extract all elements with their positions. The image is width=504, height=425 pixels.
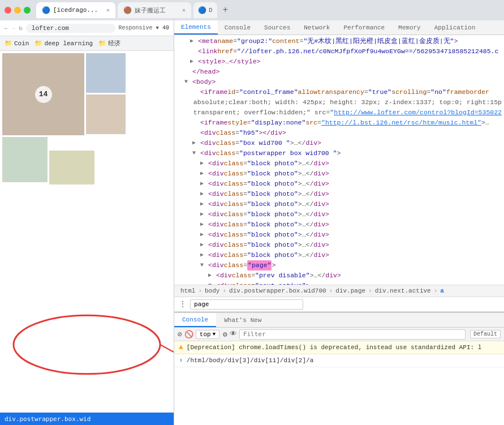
browser-viewport: ← → ↻ lofter.com Responsive ▼ 40 📁 Coin … [0,20,174,425]
html-line: ▶ absolute;clear:both; width: 425px; hei… [186,97,504,108]
back-icon[interactable]: ← [5,25,8,32]
console-warning-text: [Deprecation] chrome.loadTimes() is depr… [187,343,499,352]
triangle-closed[interactable]: ▶ [190,36,198,46]
browser-tab-active[interactable]: 🔵 [icedrago... ✕ [36,2,115,18]
address-text[interactable]: lofter.com [26,24,115,33]
html-line: ▶ <link href="//lofter.ph.126.net/c0NcMJ… [174,46,504,57]
triangle-next[interactable]: ▼ [208,281,216,285]
html-line: ▶ <iframe id="control_frame" allowtransp… [174,87,504,97]
console-panel: Console What's New ⊘ 🚫 top ▼ ⚙ 👁 [174,312,504,425]
new-tab-button[interactable]: + [219,5,232,15]
maximize-control[interactable] [24,7,31,14]
breadcrumb-sep3: › [329,287,333,294]
elements-content: ▶ <meta name="group2:" content="无#木纹|黑红|… [174,35,504,285]
triangle-photo9[interactable]: ▶ [200,240,208,250]
tab3-favicon: 🔵 [198,6,206,15]
tab-elements[interactable]: Elements [174,20,218,35]
responsive-down-icon[interactable]: ▼ [156,25,159,31]
tab-memory[interactable]: Memory [391,20,428,35]
breadcrumb-next[interactable]: div.next.active [373,287,433,295]
html-line: ▶ <div class="block photo">…</div> [174,230,504,240]
eye-icon[interactable]: 👁 [230,330,237,338]
minimize-control[interactable] [14,7,21,14]
triangle-photo10[interactable]: ▶ [200,250,208,260]
clear-console-icon[interactable]: 🚫 [184,330,193,339]
breadcrumb-sep2: › [222,287,226,294]
stop-icon[interactable]: ⊘ [178,330,182,339]
triangle-photo5[interactable]: ▶ [200,199,208,209]
bookmark-item-3[interactable]: 📁 经济 [98,39,120,48]
svg-point-0 [14,315,160,374]
bookmark-item-1[interactable]: 📁 Coin [5,40,29,47]
filter-toggle-icon[interactable]: ⚙ [223,330,227,339]
tab-performance[interactable]: Performance [337,20,391,35]
triangle-photo4[interactable]: ▶ [200,189,208,199]
triangle-photo7[interactable]: ▶ [200,220,208,230]
inspect-input[interactable] [190,299,303,310]
forward-icon[interactable]: → [12,25,16,32]
dropdown-arrow-icon: ▼ [213,332,216,337]
page-image-med2 [49,151,94,184]
html-line: ▶ <div class="block photo">…</div> [174,209,504,220]
bookmark-label-1: Coin [14,40,29,47]
console-filter-input[interactable] [239,329,466,340]
browser-window: 🔵 [icedrago... ✕ 🟤 妹子搬运工 ✕ 🔵 D + ← → ↻ l… [0,0,504,425]
tab-application[interactable]: Application [428,20,483,35]
html-line: ▶ transparent; overflow:hidden;" src="ht… [186,108,504,118]
html-line: ▶ <div class="block photo">…</div> [174,250,504,260]
close-control[interactable] [5,7,11,14]
breadcrumb-sep4: › [368,287,372,294]
page-image-med1 [2,137,48,182]
triangle-photo1[interactable]: ▶ [200,158,208,169]
tab-close-icon[interactable]: ✕ [106,7,110,14]
page-image-sm2 [86,95,126,134]
address-bar: ← → ↻ lofter.com Responsive ▼ 40 [0,20,174,36]
bookmarks-bar: 📁 Coin 📁 deep learning 📁 经济 [0,36,174,51]
triangle-photo8[interactable]: ▶ [200,230,208,240]
breadcrumb-a[interactable]: a [438,287,446,295]
breadcrumb-html[interactable]: html [179,287,197,295]
breadcrumb-page[interactable]: div.page [334,287,367,295]
console-output: ▲ [Deprecation] chrome.loadTimes() is de… [174,341,504,425]
html-line: ▶ <div class="box wid700 ">…</div> [174,138,504,148]
triangle-page[interactable]: ▼ [200,260,208,271]
console-tab-console[interactable]: Console [174,313,216,327]
html-line: ▼ <div class="postwrapper box wid700 "> [174,148,504,158]
console-toolbar: ⊘ 🚫 top ▼ ⚙ 👁 Default [174,328,504,341]
breadcrumb-body[interactable]: body [203,287,221,295]
bookmark-item-2[interactable]: 📁 deep learning [35,40,93,47]
triangle-photo3[interactable]: ▶ [200,179,208,189]
html-line: ▼ <div class="next active"> [174,281,504,285]
breadcrumb-sep5: › [434,287,438,294]
tab-network[interactable]: Network [297,20,337,35]
console-tab-whatsnew[interactable]: What's New [216,313,269,327]
browser-tab-3[interactable]: 🔵 D [193,2,217,18]
tab-sources[interactable]: Sources [257,20,297,35]
triangle-postwrapper[interactable]: ▼ [192,148,200,158]
page-image-sm1 [86,53,126,93]
tab2-close-icon[interactable]: ✕ [182,7,186,14]
tab2-label: 妹子搬运工 [135,6,179,15]
triangle-prev[interactable]: ▶ [208,271,216,281]
width-value: 40 [162,25,169,31]
triangle-body[interactable]: ▼ [184,77,192,87]
triangle-photo2[interactable]: ▶ [200,169,208,179]
responsive-label: Responsive [119,25,153,31]
devtools-tab-bar: Elements Console Sources Network Perform… [174,20,504,35]
console-info-text: /html/body/div[3]/div[11]/div[2]/a [187,356,499,365]
page-image-large: 14 [2,53,84,135]
warning-icon: ▲ [179,343,183,352]
triangle-photo6[interactable]: ▶ [200,209,208,220]
inspect-bar: ⋮ [174,297,504,312]
tab-console[interactable]: Console [218,20,257,35]
browser-tab-2[interactable]: 🟤 妹子搬运工 ✕ [118,2,191,18]
breadcrumb-postwrapper[interactable]: div.postwrapper.box.wid700 [227,287,328,295]
html-line: ▶ <div class="h95"></div> [174,128,504,138]
html-line: ▶ <iframe style="display:none" src="http… [174,118,504,128]
triangle-box[interactable]: ▶ [192,138,200,148]
more-options-icon[interactable]: ⋮ [179,299,187,309]
reload-icon[interactable]: ↻ [19,24,23,32]
top-dropdown[interactable]: top ▼ [196,330,219,339]
default-label: Default [470,330,501,338]
triangle-style[interactable]: ▶ [190,57,198,67]
